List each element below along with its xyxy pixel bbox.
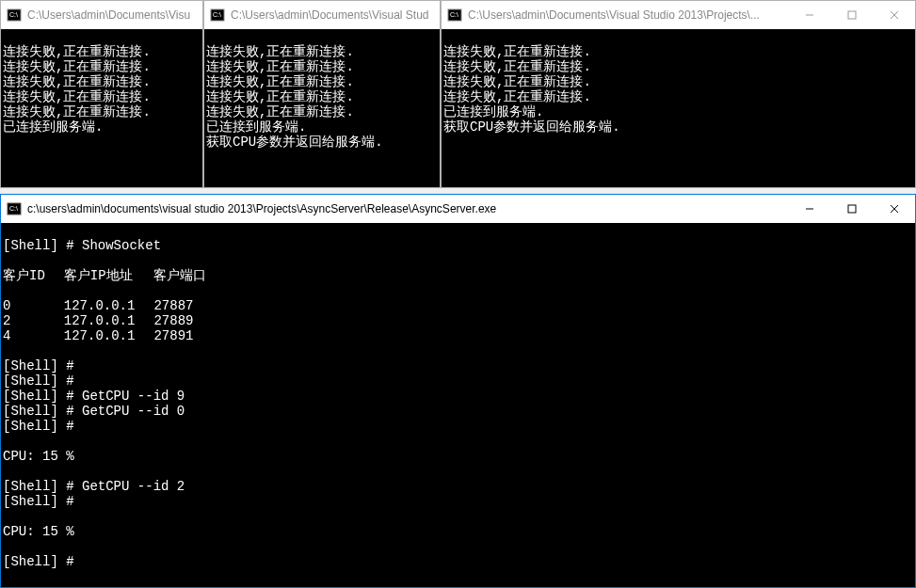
- server-console-window: C:\ c:\users\admin\documents\visual stud…: [0, 194, 916, 588]
- console-icon: C:\: [7, 201, 22, 216]
- cell-id: 0: [3, 298, 64, 313]
- svg-rect-7: [848, 11, 856, 19]
- console-line: 已连接到服务端.: [206, 119, 306, 135]
- client-console-window-2: C:\ C:\Users\admin\Documents\Visual Stud…: [203, 0, 441, 188]
- col-client-id: 客户ID: [3, 268, 64, 283]
- table-header-row: 客户ID 客户IP地址 客户端口: [3, 268, 225, 283]
- shell-prompt-line: [Shell] #: [3, 419, 74, 434]
- window-title: C:\Users\admin\Documents\Visual Stud: [231, 8, 440, 22]
- svg-text:C:\: C:\: [450, 11, 458, 18]
- console-output: 连接失败,正在重新连接. 连接失败,正在重新连接. 连接失败,正在重新连接. 连…: [442, 29, 915, 187]
- console-line: 连接失败,正在重新连接.: [3, 74, 151, 89]
- close-button[interactable]: [873, 1, 915, 29]
- console-line: 连接失败,正在重新连接.: [206, 89, 354, 104]
- console-line: 连接失败,正在重新连接.: [3, 59, 151, 74]
- client-console-window-3: C:\ C:\Users\admin\Documents\Visual Stud…: [441, 0, 916, 188]
- close-button[interactable]: [873, 195, 915, 223]
- window-controls: [788, 1, 915, 29]
- console-output: 连接失败,正在重新连接. 连接失败,正在重新连接. 连接失败,正在重新连接. 连…: [1, 29, 202, 187]
- console-line: 已连接到服务端.: [3, 119, 103, 135]
- console-line: 连接失败,正在重新连接.: [3, 89, 151, 104]
- svg-text:C:\: C:\: [9, 205, 18, 212]
- titlebar[interactable]: C:\ C:\Users\admin\Documents\Visual Stud: [204, 1, 440, 29]
- console-line: 连接失败,正在重新连接.: [443, 74, 591, 89]
- console-line: 连接失败,正在重新连接.: [443, 89, 591, 104]
- console-line: 连接失败,正在重新连接.: [3, 44, 151, 59]
- cell-port: 27887: [153, 298, 225, 313]
- table-row: 4 127.0.0.1 27891: [3, 328, 225, 343]
- client-console-window-1: C:\ C:\Users\admin\Documents\Visu 连接失败,正…: [0, 0, 203, 188]
- window-title: C:\Users\admin\Documents\Visual Studio 2…: [468, 8, 788, 22]
- maximize-button[interactable]: [830, 195, 873, 223]
- console-line: 连接失败,正在重新连接.: [206, 59, 354, 74]
- window-controls: [788, 195, 915, 223]
- cell-ip: 127.0.0.1: [64, 298, 154, 313]
- table-row: 2 127.0.0.1 27889: [3, 313, 225, 328]
- console-line: 连接失败,正在重新连接.: [443, 59, 591, 74]
- console-output[interactable]: [Shell] # ShowSocket 客户ID 客户IP地址 客户端口 0 …: [1, 223, 915, 587]
- col-client-ip: 客户IP地址: [64, 268, 154, 283]
- cell-port: 27891: [153, 328, 225, 343]
- shell-prompt-line: [Shell] # GetCPU --id 2: [3, 479, 185, 494]
- console-output: 连接失败,正在重新连接. 连接失败,正在重新连接. 连接失败,正在重新连接. 连…: [204, 29, 440, 187]
- cell-id: 4: [3, 328, 64, 343]
- console-line: 已连接到服务端.: [443, 104, 543, 119]
- shell-prompt-line: [Shell] #: [3, 494, 74, 509]
- console-line: 连接失败,正在重新连接.: [206, 104, 354, 119]
- cell-ip: 127.0.0.1: [64, 313, 154, 328]
- shell-prompt-line: [Shell] #: [3, 358, 74, 373]
- console-icon: C:\: [447, 8, 462, 23]
- console-icon: C:\: [7, 8, 22, 23]
- svg-rect-13: [848, 205, 856, 213]
- table-row: 0 127.0.0.1 27887: [3, 298, 225, 313]
- col-client-port: 客户端口: [153, 268, 225, 283]
- console-line: 获取CPU参数并返回给服务端.: [206, 135, 383, 150]
- console-line: 获取CPU参数并返回给服务端.: [443, 119, 620, 135]
- shell-prompt-line: [Shell] # ShowSocket: [3, 238, 161, 253]
- console-line: 连接失败,正在重新连接.: [206, 74, 354, 89]
- console-line: 连接失败,正在重新连接.: [206, 44, 354, 59]
- minimize-button[interactable]: [788, 1, 830, 29]
- titlebar[interactable]: C:\ c:\users\admin\documents\visual stud…: [1, 195, 915, 223]
- cpu-output-line: CPU: 15 %: [3, 449, 74, 464]
- cell-id: 2: [3, 313, 64, 328]
- svg-text:C:\: C:\: [9, 11, 18, 18]
- shell-prompt-line: [Shell] #: [3, 554, 74, 569]
- console-icon: C:\: [210, 8, 225, 23]
- console-line: 连接失败,正在重新连接.: [443, 44, 591, 59]
- titlebar[interactable]: C:\ C:\Users\admin\Documents\Visual Stud…: [442, 1, 915, 29]
- minimize-button[interactable]: [788, 195, 830, 223]
- socket-table: 客户ID 客户IP地址 客户端口 0 127.0.0.1 27887 2 127…: [3, 268, 225, 343]
- window-title: C:\Users\admin\Documents\Visu: [27, 8, 202, 22]
- svg-text:C:\: C:\: [213, 11, 221, 18]
- cpu-output-line: CPU: 15 %: [3, 524, 74, 539]
- maximize-button[interactable]: [830, 1, 873, 29]
- cell-ip: 127.0.0.1: [64, 328, 154, 343]
- cell-port: 27889: [153, 313, 225, 328]
- titlebar[interactable]: C:\ C:\Users\admin\Documents\Visu: [1, 1, 202, 29]
- shell-prompt-line: [Shell] #: [3, 373, 74, 389]
- window-title: c:\users\admin\documents\visual studio 2…: [27, 202, 788, 215]
- shell-prompt-line: [Shell] # GetCPU --id 0: [3, 404, 185, 419]
- console-line: 连接失败,正在重新连接.: [3, 104, 151, 119]
- shell-prompt-line: [Shell] # GetCPU --id 9: [3, 389, 185, 404]
